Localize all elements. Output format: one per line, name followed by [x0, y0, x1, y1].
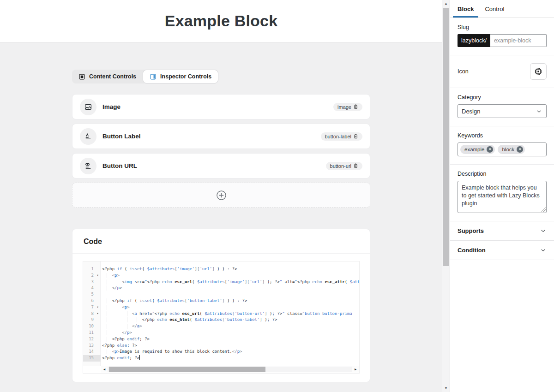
indent-guide	[112, 304, 122, 311]
line-number: 15	[83, 355, 95, 362]
h-scroll-track[interactable]	[108, 367, 352, 372]
control-slug-text: button-label	[325, 134, 352, 139]
chevron-down-icon	[540, 247, 547, 254]
main-vertical-scrollbar: ▲ ▼	[442, 0, 450, 392]
code-section-title: Code	[72, 229, 370, 254]
code-line: 1<?php if ( isset( $attributes['image'][…	[83, 266, 359, 273]
line-number: 5	[83, 291, 95, 298]
indent-guide	[132, 317, 142, 323]
fold-gutter	[95, 323, 101, 330]
description-textarea[interactable]: Example block that helps you to get star…	[458, 181, 547, 213]
code-horizontal-scrollbar: ◀ ▶	[101, 366, 359, 373]
page-title[interactable]: Example Block	[165, 12, 278, 30]
scroll-right-arrow-icon[interactable]: ▶	[352, 366, 359, 373]
icon-section: Icon	[450, 55, 554, 88]
code-line: 7▾<p>	[83, 304, 359, 311]
indent-guide	[112, 311, 122, 317]
line-number: 11	[83, 330, 95, 336]
chevron-down-icon	[540, 227, 547, 234]
text-cursor	[139, 355, 140, 360]
indent-guide	[102, 311, 112, 317]
keyword-tag: block✕	[498, 145, 525, 154]
line-number: 1	[83, 266, 95, 273]
control-row-button-label[interactable]: Button Labelbutton-label	[72, 124, 370, 149]
keywords-input[interactable]: example✕block✕	[458, 143, 547, 156]
fold-arrow-icon[interactable]: ▾	[95, 273, 101, 279]
category-label: Category	[458, 94, 547, 101]
sidebar-tabs: Block Control	[450, 0, 554, 18]
add-control-button[interactable]	[72, 183, 370, 208]
scroll-left-arrow-icon[interactable]: ◀	[101, 366, 108, 373]
slug-label: Slug	[458, 24, 547, 30]
indent-guide	[102, 304, 112, 311]
slug-section: Slug lazyblock/	[450, 18, 554, 55]
code-editor[interactable]: 1<?php if ( isset( $attributes['image'][…	[83, 261, 360, 374]
code-line: 14<p>Image is required to show this bloc…	[83, 349, 359, 355]
control-slug-badge[interactable]: button-label	[321, 132, 363, 141]
control-label: Button URL	[102, 162, 137, 169]
control-row-image[interactable]: Imageimage	[72, 94, 370, 119]
tab-label: Inspector Controls	[160, 73, 211, 80]
panel-condition[interactable]: Condition	[450, 240, 554, 260]
resize-handle[interactable]	[541, 208, 546, 212]
keywords-section: Keywords example✕block✕	[450, 126, 554, 165]
panel-supports[interactable]: Supports	[450, 221, 554, 240]
code-text: <?php endif; ?>	[101, 355, 359, 362]
code-text: <a href="<?php echo esc_url( $attributes…	[101, 311, 359, 317]
code-text	[101, 291, 359, 298]
code-line: 4</p>	[83, 285, 359, 291]
line-number: 2	[83, 273, 95, 279]
category-select[interactable]: Design	[458, 104, 547, 118]
copy-icon	[353, 104, 358, 109]
indent-guide	[102, 298, 112, 304]
code-line: 10</a>	[83, 323, 359, 330]
indent-guide	[112, 279, 122, 285]
category-section: Category Design	[450, 88, 554, 126]
scroll-up-arrow-icon[interactable]: ▲	[442, 0, 450, 7]
indent-guide	[102, 285, 112, 291]
icon-picker-button[interactable]	[530, 63, 547, 80]
control-row-button-url[interactable]: Button URLbutton-url	[72, 153, 370, 178]
keywords-label: Keywords	[458, 132, 547, 139]
v-scroll-thumb[interactable]	[443, 8, 449, 266]
code-line: 3<img src="<?php echo esc_url( $attribut…	[83, 279, 359, 285]
tab-inspector-controls[interactable]: Inspector Controls	[143, 70, 218, 83]
remove-keyword-icon[interactable]: ✕	[517, 146, 523, 153]
tab-control[interactable]: Control	[479, 0, 510, 18]
indent-guide	[112, 330, 122, 336]
remove-keyword-icon[interactable]: ✕	[487, 146, 493, 153]
slug-input-group: lazyblock/	[458, 34, 547, 47]
icon-label: Icon	[458, 68, 469, 75]
control-slug-text: image	[337, 104, 351, 110]
slug-input[interactable]	[490, 34, 547, 47]
indent-guide	[112, 317, 122, 323]
control-slug-badge[interactable]: image	[333, 103, 362, 111]
tab-content-controls[interactable]: Content Controls	[72, 70, 143, 83]
tab-label: Content Controls	[89, 73, 136, 80]
category-value: Design	[462, 108, 480, 115]
code-line: 15<?php endif; ?>	[83, 355, 359, 362]
code-line: 8▾<a href="<?php echo esc_url( $attribut…	[83, 311, 359, 317]
indent-guide	[102, 279, 112, 285]
control-slug-badge[interactable]: button-url	[326, 162, 362, 170]
indent-guide	[122, 317, 132, 323]
scroll-down-arrow-icon[interactable]: ▼	[442, 385, 450, 392]
fold-gutter	[95, 336, 101, 343]
fold-arrow-icon[interactable]: ▾	[95, 304, 101, 311]
code-line: 11</p>	[83, 330, 359, 336]
code-text: <p>	[101, 304, 359, 311]
code-line: 9<?php echo esc_html( $attributes['butto…	[83, 317, 359, 323]
control-slug-text: button-url	[330, 163, 351, 169]
line-number: 3	[83, 279, 95, 285]
line-number: 7	[83, 304, 95, 311]
plus-circle-icon	[216, 190, 227, 201]
indent-guide	[102, 273, 112, 279]
slug-prefix: lazyblock/	[458, 34, 490, 47]
fold-gutter	[95, 298, 101, 304]
description-section: Description Example block that helps you…	[450, 165, 554, 221]
fold-arrow-icon[interactable]: ▾	[95, 311, 101, 317]
fold-gutter	[95, 279, 101, 285]
indent-guide	[102, 336, 112, 343]
h-scroll-thumb[interactable]	[109, 367, 265, 372]
tab-block[interactable]: Block	[452, 0, 479, 18]
